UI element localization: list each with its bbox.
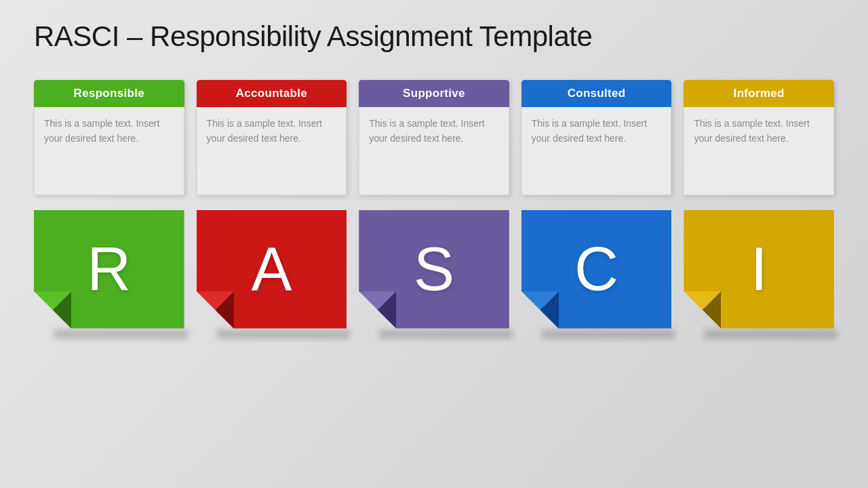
fold-corner-c — [521, 291, 559, 329]
card-body-s: This is a sample text. Insert your desir… — [359, 107, 509, 195]
fold-shadow-a — [217, 329, 351, 339]
card-header-s: Supportive — [359, 80, 509, 107]
card-top-a: Accountable This is a sample text. Inser… — [197, 80, 347, 195]
fold-tri-light-s — [359, 291, 396, 329]
fold-shadow-i — [704, 329, 837, 339]
card-header-label-c: Consulted — [568, 87, 626, 100]
card-body-text-r: This is a sample text. Insert your desir… — [44, 117, 174, 146]
folded-page-r: R — [34, 210, 184, 329]
column-i: Informed This is a sample text. Insert y… — [684, 80, 834, 468]
card-top-i: Informed This is a sample text. Insert y… — [684, 80, 834, 195]
folded-page-i: I — [684, 210, 834, 329]
card-bottom-r: R — [34, 205, 184, 333]
fold-shadow-c — [542, 329, 675, 339]
fold-corner-a — [197, 291, 234, 329]
rasci-letter-r: R — [87, 235, 131, 304]
folded-page-c: C — [521, 210, 672, 329]
card-top-c: Consulted This is a sample text. Insert … — [521, 80, 672, 195]
card-header-c: Consulted — [521, 80, 672, 107]
fold-tri-light-i — [684, 291, 721, 329]
rasci-letter-s: S — [414, 235, 454, 304]
card-header-label-r: Responsible — [74, 87, 144, 100]
card-body-a: This is a sample text. Insert your desir… — [197, 107, 347, 195]
fold-tri-light-a — [197, 291, 234, 329]
fold-shadow-s — [379, 329, 513, 339]
rasci-columns: Responsible This is a sample text. Inser… — [34, 80, 834, 468]
folded-page-a: A — [197, 210, 347, 329]
card-header-i: Informed — [684, 80, 834, 107]
fold-corner-i — [684, 291, 721, 329]
card-top-r: Responsible This is a sample text. Inser… — [34, 80, 184, 195]
card-header-label-i: Informed — [734, 87, 785, 100]
rasci-letter-a: A — [251, 235, 292, 304]
card-header-label-s: Supportive — [403, 87, 465, 100]
card-bottom-i: I — [684, 205, 834, 333]
folded-page-s: S — [359, 210, 509, 329]
fold-tri-light-c — [521, 291, 559, 329]
card-top-s: Supportive This is a sample text. Insert… — [359, 80, 509, 195]
card-bottom-a: A — [197, 205, 347, 333]
rasci-letter-c: C — [574, 235, 618, 304]
card-bottom-s: S — [359, 205, 509, 333]
fold-tri-light-r — [34, 291, 71, 329]
column-r: Responsible This is a sample text. Inser… — [34, 80, 184, 468]
card-body-c: This is a sample text. Insert your desir… — [521, 107, 672, 195]
card-header-a: Accountable — [197, 80, 347, 107]
column-c: Consulted This is a sample text. Insert … — [521, 80, 672, 468]
card-bottom-c: C — [521, 205, 672, 333]
fold-corner-r — [34, 291, 71, 329]
card-body-text-i: This is a sample text. Insert your desir… — [694, 117, 824, 146]
card-body-text-s: This is a sample text. Insert your desir… — [369, 117, 499, 146]
column-a: Accountable This is a sample text. Inser… — [197, 80, 347, 468]
card-body-i: This is a sample text. Insert your desir… — [684, 107, 834, 195]
card-header-r: Responsible — [34, 80, 184, 107]
card-body-text-c: This is a sample text. Insert your desir… — [532, 117, 662, 146]
fold-shadow-r — [54, 329, 188, 339]
page-title: RASCI – Responsibility Assignment Templa… — [34, 20, 592, 53]
card-header-label-a: Accountable — [236, 87, 307, 100]
column-s: Supportive This is a sample text. Insert… — [359, 80, 509, 468]
fold-corner-s — [359, 291, 396, 329]
card-body-text-a: This is a sample text. Insert your desir… — [207, 117, 337, 146]
card-body-r: This is a sample text. Insert your desir… — [34, 107, 184, 195]
rasci-letter-i: I — [751, 235, 768, 304]
